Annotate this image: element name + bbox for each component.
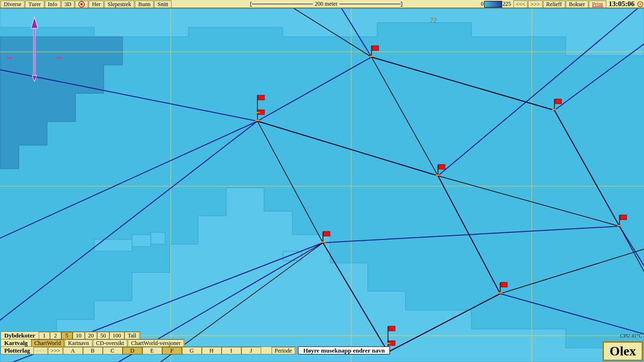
dybde-option-10[interactable]: 10 — [73, 332, 85, 339]
plotter-layer-d[interactable]: D — [123, 347, 142, 354]
svg-rect-56 — [258, 95, 264, 100]
dybde-option-100[interactable]: 100 — [109, 332, 124, 339]
plotter-layer-e[interactable]: E — [142, 347, 162, 354]
svg-rect-68 — [323, 231, 330, 236]
relieff-button[interactable]: Relieff — [543, 0, 565, 8]
target-button[interactable] — [75, 0, 88, 8]
svg-rect-8 — [283, 251, 302, 261]
dybde-option-5[interactable]: 5 — [61, 332, 73, 339]
dybde-option-2[interactable]: 2 — [50, 332, 61, 339]
plotter-layer-b[interactable]: B — [83, 347, 103, 354]
cpu-temp: CPU 41°C — [620, 333, 642, 338]
svg-point-1 — [81, 3, 83, 6]
dybde-option-20[interactable]: 20 — [85, 332, 97, 339]
svg-rect-50 — [372, 46, 379, 50]
menu-turer[interactable]: Turer — [25, 0, 44, 8]
plotter-layer-a[interactable]: A — [63, 347, 83, 354]
depth-label-72: 72 — [430, 17, 437, 24]
dybde-option-50[interactable]: 50 — [97, 332, 109, 339]
periode-button[interactable]: Periode — [272, 347, 296, 354]
svg-rect-7 — [151, 232, 165, 244]
plotter-layer-f[interactable]: F — [162, 347, 182, 354]
depth-min: 0 — [481, 0, 484, 8]
menu-3d[interactable]: 3D — [61, 0, 75, 8]
hint-bar: Høyre museknapp endrer navn — [298, 346, 390, 354]
svg-rect-77 — [388, 326, 395, 331]
gps-status-icon — [637, 1, 644, 8]
plotter-layer-i[interactable]: I — [222, 347, 241, 354]
bunn-button[interactable]: Bunn — [135, 0, 154, 8]
depth-gradient — [484, 1, 502, 8]
kartvalg-title: Kartvalg — [1, 339, 31, 347]
bokser-button[interactable]: Bokser — [566, 0, 588, 8]
slepestrek-button[interactable]: Slepestrek — [104, 0, 134, 8]
dybde-option-tall[interactable]: Tall — [124, 332, 140, 339]
plotter-layer-g[interactable]: G — [182, 347, 202, 354]
svg-rect-6 — [132, 235, 151, 247]
svg-rect-62 — [555, 99, 561, 104]
clock: 13:05:06 — [607, 0, 636, 8]
target-icon — [78, 1, 85, 8]
plotter-prev-button[interactable]: <<< — [33, 347, 48, 354]
dybdekoter-title: Dybdekoter — [1, 332, 38, 339]
plotter-layer-c[interactable]: C — [103, 347, 123, 354]
dybde-option-1[interactable]: 1 — [39, 332, 50, 339]
cd-oversikt-button[interactable]: CD-oversikt — [93, 339, 127, 347]
chartworld-button[interactable]: ChartWorld — [31, 339, 64, 347]
plotterlag-title: Plotterlag — [1, 347, 33, 354]
nav-next-button[interactable]: >>> — [528, 0, 542, 8]
svg-rect-59 — [438, 165, 445, 169]
svg-point-3 — [640, 3, 641, 5]
her-button[interactable]: Her — [89, 0, 104, 8]
plotter-next-button[interactable]: >>> — [48, 347, 62, 354]
svg-rect-5 — [94, 239, 132, 251]
svg-rect-71 — [501, 282, 507, 287]
plotter-layer-j[interactable]: J — [241, 347, 261, 354]
svg-rect-65 — [620, 215, 627, 220]
menu-diverse[interactable]: Diverse — [0, 0, 25, 8]
top-toolbar: Diverse Turer Info 3D Her Slepestrek Bun… — [0, 0, 644, 8]
menu-info[interactable]: Info — [45, 0, 61, 8]
kartnavn-button[interactable]: Kartnavn — [65, 339, 92, 347]
depth-max: 225 — [503, 0, 513, 8]
nav-prev-button[interactable]: <<< — [513, 0, 528, 8]
scale-bar: 200 meter — [172, 0, 481, 8]
print-button[interactable]: Print — [589, 0, 606, 8]
snitt-button[interactable]: Snitt — [154, 0, 172, 8]
chartworld-versjoner-button[interactable]: ChartWorld-versjoner — [128, 339, 184, 347]
plotter-layer-h[interactable]: H — [202, 347, 222, 354]
brand-logo: Olex — [603, 341, 643, 361]
map-canvas[interactable]: 72 — [0, 8, 644, 362]
scale-label: 200 meter — [313, 0, 339, 8]
